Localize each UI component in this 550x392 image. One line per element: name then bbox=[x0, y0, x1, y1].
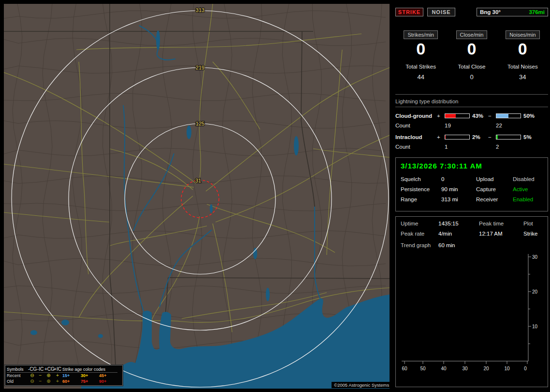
lake bbox=[30, 330, 37, 335]
cloud-ground-row: Cloud-ground + 43% − 50% bbox=[395, 113, 548, 119]
radar-map[interactable]: 313 219 125 31 Symbols -CG -IC +CG +IC S… bbox=[4, 4, 390, 389]
total-noises-label: Total Noises bbox=[507, 64, 538, 70]
lake bbox=[98, 334, 103, 338]
receiver-status-grid: Squelch 0 Upload Disabled Persistence 90… bbox=[401, 176, 543, 202]
datetime-display: 3/13/2026 7:30:11 AM bbox=[401, 162, 543, 170]
neg-cg-recent-icon: ⊖ bbox=[28, 373, 36, 378]
lake bbox=[294, 136, 299, 155]
cg-negative-count: 22 bbox=[496, 123, 548, 128]
age-code: 45+ bbox=[99, 373, 117, 378]
divider bbox=[395, 94, 548, 95]
trend-y-tick-10: 10 bbox=[532, 324, 538, 329]
close-per-min-button[interactable]: Close/min bbox=[456, 30, 488, 39]
cg-positive-pct: 43% bbox=[470, 113, 488, 119]
neg-cg-old-icon: ⊖ bbox=[28, 378, 36, 384]
peak-time-label: Peak time bbox=[479, 221, 523, 226]
receiver-label: Receiver bbox=[476, 196, 513, 202]
trend-y-tick-20: 20 bbox=[532, 289, 538, 294]
close-per-min-value: 0 bbox=[467, 41, 477, 57]
range-label-313: 313 bbox=[196, 7, 204, 13]
trend-x-tick: 20 bbox=[483, 366, 489, 371]
total-close-label: Total Close bbox=[458, 64, 486, 70]
range-label-125: 125 bbox=[196, 121, 204, 126]
noise-button[interactable]: NOISE bbox=[427, 8, 455, 16]
lake bbox=[61, 320, 69, 325]
ic-negative-count: 2 bbox=[496, 144, 548, 150]
intracloud-count-row: Count 1 2 bbox=[395, 144, 548, 150]
legend-col-pos-ic: +IC bbox=[53, 366, 62, 373]
strike-button[interactable]: STRIKE bbox=[395, 8, 423, 16]
plot-value: Strike bbox=[523, 231, 543, 237]
total-strikes-label: Total Strikes bbox=[405, 64, 436, 70]
noises-per-min-value: 0 bbox=[518, 41, 527, 57]
cloud-ground-label: Cloud-ground bbox=[395, 113, 437, 119]
minus-sign: − bbox=[488, 134, 496, 140]
pos-ic-old-icon: + bbox=[53, 378, 62, 384]
ic-negative-bar-fill bbox=[496, 135, 498, 139]
legend-col-pos-cg: +CG bbox=[44, 366, 53, 373]
symbol-legend: Symbols -CG -IC +CG +IC Strike age color… bbox=[5, 365, 123, 386]
neg-ic-old-icon: − bbox=[36, 378, 44, 384]
upload-status: Disabled bbox=[513, 176, 543, 182]
totals: Total Strikes Total Close Total Noises 4… bbox=[395, 64, 548, 81]
trend-x-tick: 10 bbox=[504, 366, 510, 371]
lake bbox=[156, 30, 160, 50]
pos-cg-old-icon: ⊕ bbox=[44, 378, 53, 384]
peak-rate-label: Peak rate bbox=[401, 231, 438, 237]
uptime-value: 1435:15 bbox=[438, 221, 479, 226]
noises-per-min-button[interactable]: Noises/min bbox=[506, 30, 539, 39]
age-code: 90+ bbox=[99, 378, 117, 384]
top-controls: STRIKE NOISE Bng 30° 376mi bbox=[395, 8, 548, 16]
pos-cg-recent-icon: ⊕ bbox=[44, 373, 53, 378]
persistence-label: Persistence bbox=[401, 186, 441, 192]
lake bbox=[187, 126, 191, 139]
persistence-value: 90 min bbox=[441, 186, 476, 192]
cg-positive-bar-fill bbox=[445, 114, 456, 118]
legend-row-label: Recent bbox=[7, 373, 28, 378]
trend-graph-header: Trend graph 60 min bbox=[401, 242, 543, 248]
stats-trend-box: Uptime 1435:15 Peak time Plot Peak rate … bbox=[395, 216, 548, 387]
map-svg[interactable]: 313 219 125 31 bbox=[4, 4, 390, 389]
trend-x-tick: 50 bbox=[420, 366, 426, 371]
intracloud-row: Intracloud + 2% − 5% bbox=[395, 134, 548, 140]
bearing-display: Bng 30° 376mi bbox=[477, 8, 548, 16]
intracloud-label: Intracloud bbox=[395, 134, 437, 140]
age-code: 30+ bbox=[81, 373, 99, 378]
legend-age-title: Strike age color codes bbox=[62, 366, 117, 373]
strikes-per-min-button[interactable]: Strikes/min bbox=[404, 30, 437, 39]
minus-sign: − bbox=[488, 113, 496, 119]
total-noises-value: 34 bbox=[519, 73, 526, 81]
trend-graph: 30 20 10 60 50 40 30 20 10 0 bbox=[401, 251, 547, 376]
cg-negative-bar bbox=[496, 113, 521, 118]
peak-time-value: 12:17 AM bbox=[479, 231, 523, 237]
cg-negative-bar-fill bbox=[496, 114, 508, 118]
age-code: 60+ bbox=[62, 378, 81, 384]
rate-values: 0 0 0 bbox=[395, 41, 548, 57]
plus-sign: + bbox=[437, 134, 445, 140]
upload-label: Upload bbox=[476, 176, 513, 182]
legend-col-neg-cg: -CG bbox=[28, 366, 36, 373]
lake bbox=[210, 204, 213, 213]
plot-label: Plot bbox=[523, 221, 543, 226]
trend-y-tick-30: 30 bbox=[532, 254, 538, 260]
ic-positive-count: 1 bbox=[445, 144, 496, 150]
legend-symbols-title: Symbols bbox=[7, 366, 28, 373]
range-value: 313 mi bbox=[441, 196, 476, 202]
receiver-status-box: 3/13/2026 7:30:11 AM Squelch 0 Upload Di… bbox=[395, 157, 548, 211]
cg-negative-pct: 50% bbox=[521, 113, 539, 119]
bearing-label: Bng 30° bbox=[480, 9, 501, 15]
squelch-value: 0 bbox=[441, 176, 476, 182]
range-label-219: 219 bbox=[196, 65, 204, 70]
rate-labels: Strikes/min Close/min Noises/min bbox=[395, 30, 548, 39]
legend-col-neg-ic: -IC bbox=[36, 366, 44, 373]
stats-grid: Uptime 1435:15 Peak time Plot Peak rate … bbox=[401, 221, 543, 237]
pos-ic-recent-icon: + bbox=[53, 373, 62, 378]
trend-x-tick: 40 bbox=[441, 366, 447, 371]
total-close-value: 0 bbox=[470, 73, 473, 81]
trend-x-tick: 30 bbox=[462, 366, 468, 371]
distribution-title: Lightning type distribution bbox=[395, 98, 548, 107]
receiver-status: Enabled bbox=[513, 196, 543, 202]
count-label: Count bbox=[395, 144, 445, 150]
count-label: Count bbox=[395, 123, 445, 128]
peak-rate-value: 4/min bbox=[438, 231, 479, 237]
